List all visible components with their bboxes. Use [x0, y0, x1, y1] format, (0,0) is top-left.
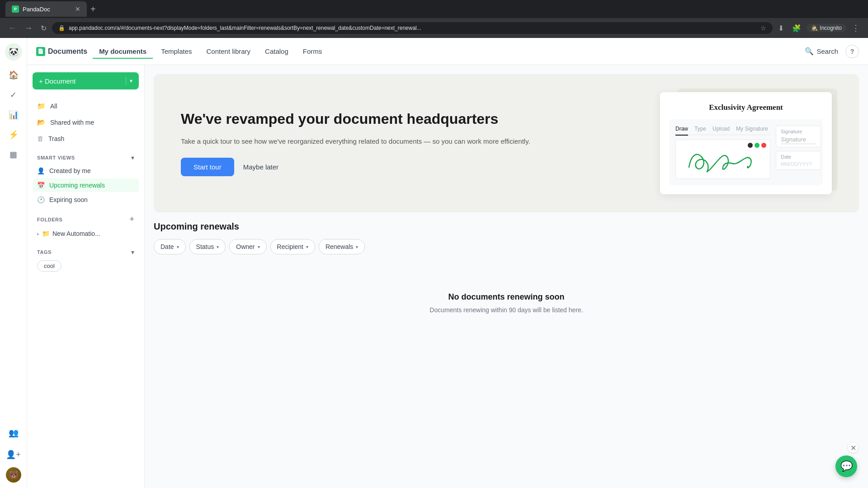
menu-icon[interactable]: ⋮ [849, 21, 863, 35]
browser-tab[interactable]: P PandaDoc ✕ [5, 1, 87, 17]
back-button[interactable]: ← [5, 22, 19, 35]
calendar-icon: 📅 [37, 182, 45, 189]
folders-section: FOLDERS + ▸ 📁 New Automatio... [33, 210, 139, 240]
chat-close-button[interactable]: ✕ [848, 443, 858, 453]
sidebar-item-upcoming-renewals[interactable]: 📅 Upcoming renewals [33, 178, 139, 192]
date-filter-label: Date [160, 243, 174, 250]
docs-logo-icon: 📄 [36, 47, 45, 56]
folders-title: FOLDERS [37, 217, 62, 222]
sig-tab-upload[interactable]: Upload [712, 126, 730, 132]
nav-content-library[interactable]: Content library [200, 44, 257, 59]
owner-filter[interactable]: Owner ▾ [229, 239, 266, 254]
status-filter[interactable]: Status ▾ [189, 239, 226, 254]
tab-title: PandaDoc [23, 6, 50, 13]
search-button[interactable]: 🔍 Search [799, 43, 844, 59]
people-icon-btn[interactable]: 👥 [5, 424, 23, 442]
status-filter-label: Status [196, 243, 214, 250]
extensions-icon[interactable]: 🧩 [789, 22, 804, 34]
sig-tab-my-sig[interactable]: My Signature [736, 126, 768, 132]
folders-header: FOLDERS + [33, 210, 139, 227]
folder-new-automation[interactable]: ▸ 📁 New Automatio... [33, 227, 139, 240]
tags-toggle[interactable]: ▾ [131, 249, 134, 256]
add-user-icon-btn[interactable]: 👤+ [5, 446, 23, 464]
renewals-section: Upcoming renewals Date ▾ Status ▾ Owner [145, 221, 868, 350]
new-doc-label: + Document [39, 77, 122, 85]
circle-black [748, 143, 753, 148]
bookmark-icon[interactable]: ☆ [760, 24, 766, 32]
sig-tab-draw[interactable]: Draw [675, 126, 688, 136]
chart-icon-btn[interactable]: 📊 [5, 106, 23, 124]
recipient-filter[interactable]: Recipient ▾ [270, 239, 315, 254]
nav-templates[interactable]: Templates [155, 44, 198, 59]
divider [126, 77, 126, 85]
tag-cool[interactable]: cool [37, 260, 61, 272]
new-doc-arrow-icon: ▾ [130, 78, 132, 84]
nav-catalog[interactable]: Catalog [259, 44, 295, 59]
chat-bubble-button[interactable]: 💬 [835, 455, 857, 477]
sig-field-label: Signature [781, 129, 816, 134]
sidebar-item-shared[interactable]: 📂 Shared with me [33, 115, 139, 130]
renewals-chevron-icon: ▾ [356, 244, 358, 249]
sig-date-field: Date MM/DD/YYYY [776, 151, 821, 170]
renewals-filter-label: Renewals [326, 243, 353, 250]
maybe-later-button[interactable]: Maybe later [243, 163, 278, 171]
new-tab-button[interactable]: + [90, 4, 96, 14]
clock-icon: 🕐 [37, 196, 45, 203]
sig-tabs-row: Draw Type Upload My Signature [675, 126, 770, 135]
logo-button[interactable]: 🐼 [5, 43, 22, 61]
forward-button[interactable]: → [22, 22, 35, 35]
nav-my-documents[interactable]: My documents [93, 44, 153, 59]
lightning-icon-btn[interactable]: ⚡ [5, 126, 23, 144]
docs-logo-label[interactable]: Documents [48, 47, 87, 56]
pandadoc-favicon: P [12, 5, 19, 13]
reload-button[interactable]: ↻ [38, 22, 49, 34]
sig-date-value: MM/DD/YYYY [781, 161, 816, 167]
browser-navbar: ← → ↻ 🔒 app.pandadoc.com/a/#/documents-n… [0, 18, 868, 38]
sig-date-label: Date [781, 154, 816, 160]
owner-filter-label: Owner [236, 243, 255, 250]
status-chevron-icon: ▾ [217, 244, 219, 249]
smart-views-toggle[interactable]: ▾ [131, 154, 134, 161]
renewals-filter[interactable]: Renewals ▾ [319, 239, 365, 254]
check-icon-btn[interactable]: ✓ [5, 86, 23, 104]
circle-red [761, 143, 766, 148]
empty-title: No documents renewing soon [163, 292, 850, 302]
tab-close-icon[interactable]: ✕ [75, 5, 80, 13]
left-sidebar: + Document ▾ 📁 All 📂 Shared with me 🗑 Tr… [27, 65, 145, 488]
trash-label: Trash [48, 135, 64, 142]
nav-forms[interactable]: Forms [297, 44, 329, 59]
home-icon-btn[interactable]: 🏠 [5, 66, 23, 84]
avatar[interactable]: 🐻 [6, 467, 21, 483]
sidebar-item-trash[interactable]: 🗑 Trash [33, 131, 139, 146]
sig-tab-type[interactable]: Type [694, 126, 706, 132]
folder-icon: 📁 [37, 102, 46, 110]
sidebar-item-expiring-soon[interactable]: 🕐 Expiring soon [33, 193, 139, 206]
sidebar-item-all[interactable]: 📁 All [33, 99, 139, 114]
tags-section: TAGS ▾ cool [33, 244, 139, 273]
sig-right: Signature Signature Date MM/DD/YYYY [776, 126, 821, 170]
banner-text-area: We've revamped your document headquarter… [181, 110, 642, 176]
start-tour-button[interactable]: Start tour [181, 158, 234, 176]
folder-expand-arrow: ▸ [37, 231, 39, 236]
welcome-banner: We've revamped your document headquarter… [154, 74, 859, 212]
docs-logo: 📄 Documents [36, 47, 87, 56]
download-icon[interactable]: ⬇ [775, 22, 787, 34]
tags-title: TAGS [37, 249, 52, 255]
trash-icon: 🗑 [37, 135, 44, 142]
date-filter[interactable]: Date ▾ [154, 239, 186, 254]
banner-description: Take a quick tour to see how we've reorg… [181, 136, 642, 147]
browser-chrome: P PandaDoc ✕ + [0, 0, 868, 18]
help-button[interactable]: ? [845, 45, 859, 58]
sig-canvas [675, 140, 770, 179]
sig-inner-card: Draw Type Upload My Signature [669, 119, 823, 185]
shared-label: Shared with me [50, 119, 94, 126]
person-icon: 👤 [37, 167, 45, 174]
smart-views-title: SMART VIEWS [37, 155, 75, 160]
new-document-button[interactable]: + Document ▾ [33, 72, 139, 89]
folders-add-icon[interactable]: + [129, 215, 134, 224]
sidebar-item-created-by-me[interactable]: 👤 Created by me [33, 164, 139, 178]
table-icon-btn[interactable]: ▦ [5, 145, 23, 164]
content-area: We've revamped your document headquarter… [145, 65, 868, 488]
date-chevron-icon: ▾ [177, 244, 179, 249]
address-bar[interactable]: 🔒 app.pandadoc.com/a/#/documents-next?di… [52, 22, 773, 34]
